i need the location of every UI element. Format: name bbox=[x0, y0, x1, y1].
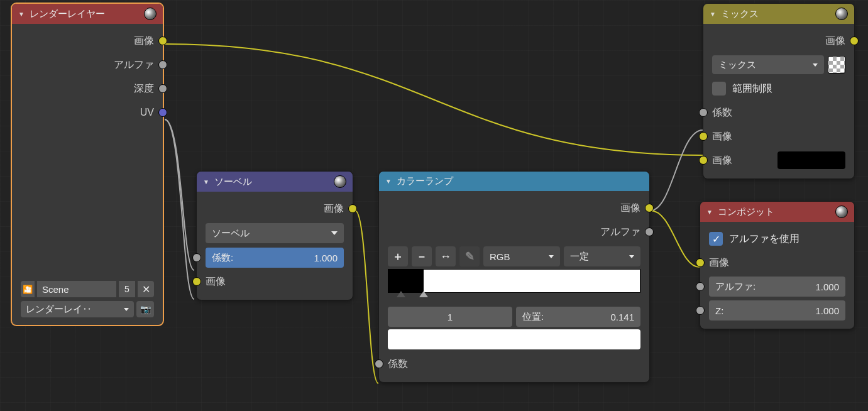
ramp-stop-1[interactable] bbox=[419, 291, 428, 300]
scene-name-field[interactable]: Scene bbox=[37, 281, 116, 297]
clamp-row: 範囲制限 bbox=[703, 77, 854, 101]
field-value: 1.000 bbox=[815, 305, 839, 316]
input-socket-image2[interactable] bbox=[699, 156, 708, 165]
select-value: レンダーレイ‥ bbox=[26, 304, 92, 315]
remove-stop-button[interactable]: － bbox=[412, 246, 432, 266]
eyedropper-button[interactable]: ✎ bbox=[459, 246, 480, 266]
socket-label: アルファ bbox=[600, 226, 640, 239]
image2-color-swatch[interactable] bbox=[777, 151, 845, 169]
input-socket-fac[interactable] bbox=[699, 108, 708, 117]
input-socket-fac[interactable] bbox=[375, 359, 383, 368]
input-row-fac: 係数 bbox=[379, 352, 649, 376]
input-socket-image[interactable] bbox=[696, 258, 705, 267]
color-ramp-gradient[interactable] bbox=[388, 269, 640, 293]
scene-clear-button[interactable]: ✕ bbox=[138, 281, 154, 297]
node-header[interactable]: ▼ コンポジット bbox=[700, 202, 854, 222]
collapse-triangle-icon[interactable]: ▼ bbox=[710, 11, 716, 18]
output-socket-image[interactable] bbox=[348, 204, 357, 213]
select-value: RGB bbox=[490, 251, 510, 262]
ramp-stop-0[interactable] bbox=[397, 291, 405, 300]
field-value[interactable]: 1.000 bbox=[314, 253, 338, 263]
stop-index-field[interactable]: 1 bbox=[388, 307, 512, 327]
socket-label: 画像 bbox=[206, 275, 226, 288]
input-row-fac: 係数 bbox=[703, 101, 854, 124]
color-picker-icon[interactable] bbox=[828, 56, 845, 74]
output-row-uv: UV bbox=[12, 101, 163, 124]
node-editor-canvas[interactable]: ▼ レンダーレイヤー 画像 アルファ 深度 UV 🎦 Scene 5 ✕ レンダ… bbox=[0, 0, 868, 411]
output-row-image: 画像 bbox=[197, 197, 353, 221]
select-value: 一定 bbox=[570, 251, 589, 263]
interpolation-select[interactable]: 一定 bbox=[564, 246, 640, 266]
scene-users-count[interactable]: 5 bbox=[119, 281, 135, 297]
socket-label: 深度 bbox=[134, 82, 154, 96]
socket-label: 画像 bbox=[709, 256, 729, 270]
filter-type-select[interactable]: ソーベル bbox=[206, 223, 344, 243]
output-socket-alpha[interactable] bbox=[158, 60, 167, 69]
alpha-field[interactable]: アルファ: 1.000 bbox=[709, 277, 845, 297]
output-socket-depth[interactable] bbox=[158, 84, 167, 93]
node-title: レンダーレイヤー bbox=[30, 8, 139, 20]
collapse-triangle-icon[interactable]: ▼ bbox=[18, 11, 25, 18]
render-snapshot-button[interactable]: 📷 bbox=[136, 301, 154, 317]
output-socket-uv[interactable] bbox=[158, 108, 167, 117]
color-ramp-node[interactable]: ▼ カラーランプ 画像 アルファ ＋ － ↔ ✎ RGB 一定 1 位置 bbox=[378, 171, 650, 383]
output-row-image: 画像 bbox=[12, 29, 163, 53]
node-title: ミックス bbox=[721, 8, 830, 20]
input-row-fac: 係数: 1.000 bbox=[197, 246, 353, 270]
scene-browse-icon[interactable]: 🎦 bbox=[21, 281, 35, 297]
socket-label: UV bbox=[140, 107, 154, 118]
output-socket-image[interactable] bbox=[158, 36, 167, 45]
layer-selector-row: レンダーレイ‥ 📷 bbox=[21, 301, 154, 317]
socket-label: 画像 bbox=[825, 35, 845, 48]
node-header[interactable]: ▼ ソーベル bbox=[197, 172, 353, 192]
input-socket-image1[interactable] bbox=[699, 132, 708, 141]
composite-node[interactable]: ▼ コンポジット ✓ アルファを使用 画像 アルファ: 1.000 Z: 1.0… bbox=[700, 201, 855, 329]
input-row-image: 画像 bbox=[197, 270, 353, 293]
z-field[interactable]: Z: 1.000 bbox=[709, 300, 845, 321]
input-socket-fac[interactable] bbox=[192, 253, 201, 262]
node-title: ソーベル bbox=[214, 176, 329, 188]
sobel-filter-node[interactable]: ▼ ソーベル 画像 ソーベル 係数: 1.000 画像 bbox=[196, 171, 353, 300]
collapse-triangle-icon[interactable]: ▼ bbox=[203, 178, 209, 185]
socket-label: アルファ bbox=[114, 58, 154, 72]
render-layer-select[interactable]: レンダーレイ‥ bbox=[21, 301, 134, 317]
input-row-z: Z: 1.000 bbox=[700, 299, 854, 322]
ramp-dark-region bbox=[388, 270, 424, 292]
node-header[interactable]: ▼ レンダーレイヤー bbox=[12, 4, 163, 24]
input-row-alpha: アルファ: 1.000 bbox=[700, 275, 854, 299]
socket-label: 画像 bbox=[134, 35, 154, 48]
output-socket-alpha[interactable] bbox=[645, 227, 654, 236]
checkbox-label: 範囲制限 bbox=[732, 82, 772, 96]
output-socket-image[interactable] bbox=[850, 36, 859, 45]
use-alpha-checkbox[interactable]: ✓ bbox=[709, 232, 723, 246]
field-label: 係数: bbox=[212, 252, 233, 264]
render-layers-node[interactable]: ▼ レンダーレイヤー 画像 アルファ 深度 UV 🎦 Scene 5 ✕ レンダ… bbox=[11, 3, 163, 326]
add-stop-button[interactable]: ＋ bbox=[388, 246, 408, 266]
node-title: カラーランプ bbox=[397, 175, 643, 187]
stop-position-field[interactable]: 位置: 0.141 bbox=[516, 307, 640, 327]
stop-color-swatch[interactable] bbox=[388, 329, 640, 349]
clamp-checkbox[interactable] bbox=[712, 82, 726, 96]
node-header[interactable]: ▼ ミックス bbox=[703, 4, 854, 24]
node-header[interactable]: ▼ カラーランプ bbox=[379, 172, 649, 191]
field-label: アルファ: bbox=[715, 281, 755, 293]
input-socket-alpha[interactable] bbox=[696, 282, 705, 291]
socket-label: 係数 bbox=[712, 106, 732, 119]
mix-node[interactable]: ▼ ミックス 画像 ミックス 範囲制限 係数 画像 画像 bbox=[703, 3, 855, 179]
blend-mode-select[interactable]: ミックス bbox=[712, 55, 824, 74]
flip-ramp-button[interactable]: ↔ bbox=[436, 246, 456, 266]
collapse-triangle-icon[interactable]: ▼ bbox=[385, 178, 392, 185]
input-socket-z[interactable] bbox=[696, 306, 705, 315]
input-row-image2: 画像 bbox=[703, 148, 854, 172]
socket-label: 画像 bbox=[712, 130, 732, 143]
colorspace-select[interactable]: RGB bbox=[483, 246, 560, 266]
check-icon: ✓ bbox=[712, 233, 720, 245]
output-row-depth: 深度 bbox=[12, 77, 163, 101]
output-socket-image[interactable] bbox=[645, 204, 654, 212]
field-label: Z: bbox=[715, 305, 723, 316]
collapse-triangle-icon[interactable]: ▼ bbox=[706, 209, 713, 216]
stop-fields-row: 1 位置: 0.141 bbox=[388, 307, 640, 327]
output-row-alpha: アルファ bbox=[379, 220, 649, 244]
input-socket-image[interactable] bbox=[192, 277, 201, 286]
preview-sphere-icon bbox=[835, 8, 848, 20]
